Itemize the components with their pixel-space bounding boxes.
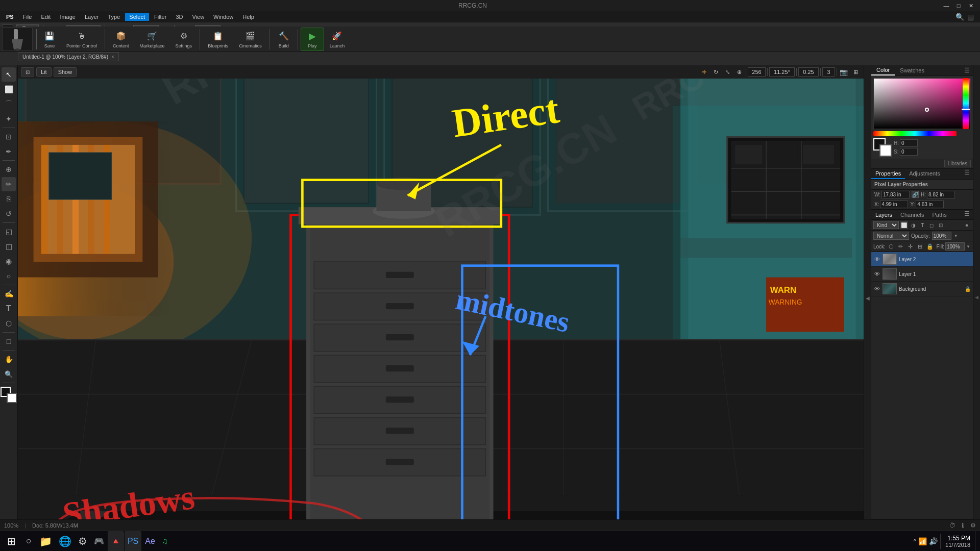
layers-menu-btn[interactable]: ☰	[961, 210, 973, 219]
workspace-icon[interactable]: ▤	[967, 13, 974, 21]
tool-magic-wand[interactable]: ✦	[2, 112, 16, 126]
hue-input[interactable]	[900, 139, 918, 147]
photoshop-taskbar-btn[interactable]: PS	[125, 531, 141, 552]
spotify-btn[interactable]: ♫	[159, 531, 171, 552]
tool-hand[interactable]: ✋	[2, 352, 16, 366]
layer-kind-select[interactable]: Kind	[873, 221, 899, 229]
perspective-btn[interactable]: ⊡	[21, 67, 34, 77]
filter-adjustment-btn[interactable]: ◑	[909, 221, 917, 229]
tool-eraser[interactable]: ◱	[2, 224, 16, 239]
file-tab-close[interactable]: ×	[111, 54, 114, 60]
opacity-arrow[interactable]: ▼	[953, 233, 959, 238]
y-input[interactable]	[916, 201, 944, 208]
right-panel-collapse[interactable]: ◀	[864, 65, 871, 531]
tab-adjustments[interactable]: Adjustments	[905, 169, 944, 179]
history-btn[interactable]: ⏱	[949, 522, 955, 529]
show-desktop-btn[interactable]	[975, 531, 979, 552]
menu-3d[interactable]: 3D	[172, 13, 187, 21]
minimize-button[interactable]: —	[941, 2, 951, 10]
lock-artboard-btn[interactable]: ⊞	[916, 242, 924, 251]
tool-blur[interactable]: ◉	[2, 254, 16, 268]
fov-input[interactable]	[769, 67, 795, 77]
hue-slider[interactable]	[873, 131, 957, 136]
tool-lasso[interactable]: ⌒	[2, 97, 16, 111]
layer-item-bg[interactable]: 👁 Background 🔒	[871, 282, 973, 296]
blend-mode-select[interactable]: Normal Multiply Screen	[873, 232, 909, 240]
menu-window[interactable]: Window	[209, 13, 237, 21]
height-input[interactable]	[927, 191, 955, 198]
background-color-box[interactable]	[879, 144, 892, 157]
tool-dodge[interactable]: ○	[2, 269, 16, 283]
build-btn[interactable]: 🔨 Build	[273, 28, 295, 51]
close-button[interactable]: ✕	[966, 2, 976, 10]
info-btn[interactable]: ℹ	[962, 522, 964, 529]
menu-file[interactable]: File	[19, 13, 36, 21]
volume-icon[interactable]: 🔊	[929, 537, 938, 545]
far-right-collapse[interactable]: ▶	[973, 65, 980, 531]
tool-move[interactable]: ↖	[2, 67, 16, 82]
color-panel-menu[interactable]: ☰	[961, 67, 973, 74]
maximize-button[interactable]: □	[953, 2, 964, 10]
content-btn[interactable]: 📦 Content	[108, 28, 134, 51]
filter-shape-btn[interactable]: ◻	[927, 221, 936, 229]
fill-arrow[interactable]: ▼	[966, 244, 971, 249]
tool-zoom[interactable]: 🔍	[2, 367, 16, 381]
tool-text[interactable]: T	[2, 302, 16, 316]
tool-path-select[interactable]: ⬡	[2, 316, 16, 331]
clock[interactable]: 1:55 PM 11/7/2018	[941, 535, 974, 548]
menu-filter[interactable]: Filter	[150, 13, 170, 21]
show-btn[interactable]: Show	[54, 67, 77, 77]
epic-btn[interactable]: 🎮	[91, 531, 107, 552]
link-dimensions-btn[interactable]: 🔗	[912, 191, 919, 198]
universal-icon[interactable]: ⊕	[734, 67, 744, 77]
file-tab[interactable]: Untitled-1 @ 100% (Layer 2, RGB/8#) ×	[18, 52, 119, 61]
grid-icon[interactable]: ⊞	[850, 67, 861, 77]
layer-visibility-bg[interactable]: 👁	[873, 285, 880, 292]
tool-pen[interactable]: ✍	[2, 287, 16, 301]
ae-btn[interactable]: Ae	[142, 531, 158, 552]
network-icon[interactable]: 📶	[918, 537, 927, 545]
start-button[interactable]: ⊞	[1, 531, 21, 552]
layer-visibility-1[interactable]: 👁	[873, 270, 880, 278]
blueprints-btn[interactable]: 📋 Blueprints	[203, 28, 233, 51]
tab-paths[interactable]: Paths	[928, 210, 951, 219]
lock-image-btn[interactable]: ✏	[897, 242, 905, 251]
layer-item-1[interactable]: 👁 Layer 1	[871, 267, 973, 282]
tool-crop[interactable]: ⊡	[2, 130, 16, 144]
lit-btn[interactable]: Lit	[36, 67, 52, 77]
settings-app-btn[interactable]: ⚙	[75, 531, 90, 552]
tab-layers[interactable]: Layers	[871, 210, 896, 219]
menu-select[interactable]: Select	[125, 13, 149, 21]
save-btn[interactable]: 💾 Save	[38, 28, 61, 51]
layer-visibility-2[interactable]: 👁	[873, 256, 880, 263]
settings-btn[interactable]: ⚙ Settings	[170, 28, 198, 51]
camera-icon[interactable]: 📷	[839, 67, 849, 77]
lock-transparent-btn[interactable]: ⬡	[887, 242, 895, 251]
tab-properties[interactable]: Properties	[871, 169, 905, 179]
menu-view[interactable]: View	[188, 13, 208, 21]
tool-brush[interactable]: ✏	[2, 177, 16, 191]
filter-text-btn[interactable]: T	[918, 221, 926, 229]
layer-item-2[interactable]: 👁 Layer 2	[871, 252, 973, 267]
libraries-btn[interactable]: Libraries	[944, 160, 971, 167]
opacity-layers-input[interactable]	[932, 232, 951, 240]
lock-all-btn[interactable]: 🔒	[926, 242, 934, 251]
settings-status-btn[interactable]: ⚙	[970, 522, 976, 529]
resolution-input[interactable]	[748, 67, 766, 77]
filter-pixel-btn[interactable]: ⬜	[900, 221, 908, 229]
rotate-icon[interactable]: ↻	[710, 67, 721, 77]
hue-vertical-bar[interactable]	[963, 78, 969, 129]
menu-image[interactable]: Image	[56, 13, 80, 21]
search-icon[interactable]: 🔍	[955, 13, 964, 21]
scale-icon[interactable]: ⤡	[722, 67, 732, 77]
menu-layer[interactable]: Layer	[81, 13, 103, 21]
task-view-btn[interactable]: ○	[22, 531, 36, 552]
props-menu-btn[interactable]: ☰	[961, 169, 973, 179]
ue4-taskbar-btn[interactable]: 🔺	[108, 531, 124, 552]
filter-toggle-btn[interactable]: ●	[963, 221, 971, 229]
tool-eyedropper[interactable]: ✒	[2, 144, 16, 159]
color-swatches[interactable]	[1, 387, 17, 403]
pointer-control-btn[interactable]: 🖱 Pointer Control	[61, 28, 102, 51]
count-input[interactable]	[822, 67, 835, 77]
fg-bg-colors[interactable]	[873, 138, 892, 157]
